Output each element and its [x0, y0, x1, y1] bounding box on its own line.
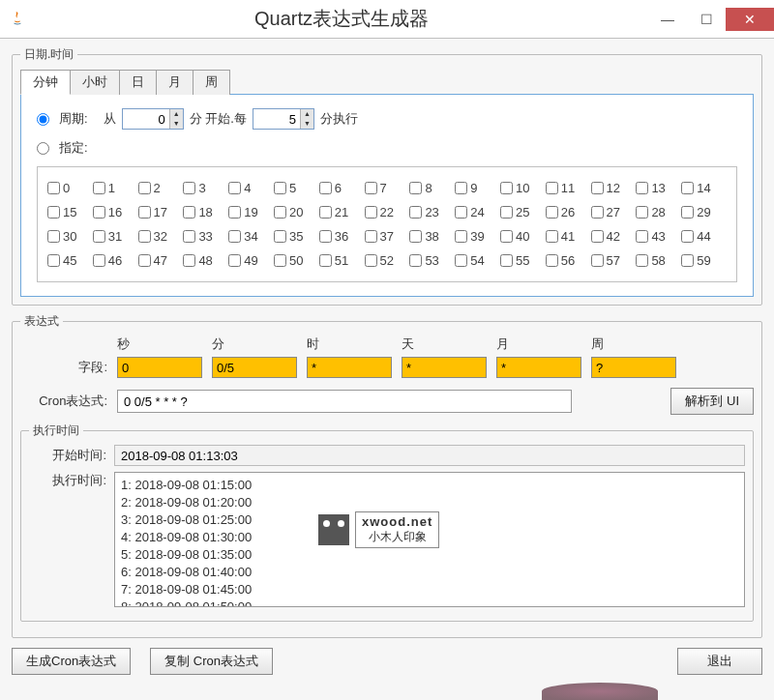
- minute-checkbox-17[interactable]: 17: [138, 205, 184, 219]
- minute-checkbox-38[interactable]: 38: [409, 229, 455, 244]
- minute-checkbox-50[interactable]: 50: [274, 253, 319, 268]
- minute-checkbox-41[interactable]: 41: [546, 229, 591, 244]
- checkbox-input[interactable]: [228, 254, 241, 267]
- checkbox-input[interactable]: [500, 230, 513, 243]
- minute-checkbox-14[interactable]: 14: [681, 181, 727, 195]
- checkbox-input[interactable]: [93, 206, 105, 219]
- minute-checkbox-0[interactable]: 0: [47, 181, 93, 195]
- spin-from[interactable]: ▲▼: [122, 108, 184, 130]
- checkbox-input[interactable]: [591, 254, 604, 267]
- checkbox-input[interactable]: [274, 254, 286, 267]
- checkbox-input[interactable]: [274, 182, 286, 194]
- spin-down-icon[interactable]: ▼: [169, 119, 183, 129]
- tab-分钟[interactable]: 分钟: [20, 70, 71, 95]
- checkbox-input[interactable]: [455, 206, 467, 219]
- generate-cron-button[interactable]: 生成Cron表达式: [12, 648, 131, 675]
- minute-checkbox-40[interactable]: 40: [500, 229, 546, 244]
- from-input[interactable]: [123, 110, 169, 129]
- checkbox-input[interactable]: [47, 230, 60, 243]
- run-times-list[interactable]: 1: 2018-09-08 01:15:002: 2018-09-08 01:2…: [114, 472, 745, 607]
- minute-checkbox-30[interactable]: 30: [47, 229, 93, 244]
- checkbox-input[interactable]: [47, 254, 60, 267]
- minute-checkbox-57[interactable]: 57: [591, 253, 637, 268]
- checkbox-input[interactable]: [138, 182, 151, 194]
- checkbox-input[interactable]: [500, 182, 513, 194]
- expr-field-周[interactable]: [591, 357, 676, 378]
- radio-period[interactable]: [37, 113, 49, 126]
- checkbox-input[interactable]: [183, 230, 195, 243]
- tab-小时[interactable]: 小时: [70, 70, 120, 95]
- spin-every[interactable]: ▲▼: [253, 108, 314, 130]
- minute-checkbox-33[interactable]: 33: [183, 229, 228, 244]
- checkbox-input[interactable]: [591, 182, 604, 194]
- minute-checkbox-55[interactable]: 55: [500, 253, 546, 268]
- minute-checkbox-35[interactable]: 35: [274, 229, 319, 244]
- minute-checkbox-4[interactable]: 4: [228, 181, 274, 195]
- minute-checkbox-18[interactable]: 18: [183, 205, 228, 219]
- minute-checkbox-47[interactable]: 47: [138, 253, 184, 268]
- minute-checkbox-16[interactable]: 16: [93, 205, 138, 219]
- spin-up-icon[interactable]: ▲: [169, 109, 183, 119]
- checkbox-input[interactable]: [319, 182, 332, 194]
- checkbox-input[interactable]: [365, 182, 377, 194]
- minute-checkbox-15[interactable]: 15: [47, 205, 93, 219]
- checkbox-input[interactable]: [636, 182, 648, 194]
- minute-checkbox-27[interactable]: 27: [591, 205, 637, 219]
- minute-checkbox-25[interactable]: 25: [500, 205, 546, 219]
- minute-checkbox-24[interactable]: 24: [455, 205, 500, 219]
- checkbox-input[interactable]: [409, 182, 422, 194]
- checkbox-input[interactable]: [274, 230, 286, 243]
- checkbox-input[interactable]: [183, 254, 195, 267]
- expr-field-天[interactable]: [402, 357, 487, 378]
- minute-checkbox-26[interactable]: 26: [546, 205, 591, 219]
- minute-checkbox-12[interactable]: 12: [591, 181, 637, 195]
- expr-field-秒[interactable]: [117, 357, 202, 378]
- minute-checkbox-7[interactable]: 7: [365, 181, 410, 195]
- minute-checkbox-36[interactable]: 36: [319, 229, 365, 244]
- expr-field-时[interactable]: [307, 357, 392, 378]
- expr-field-分[interactable]: [212, 357, 297, 378]
- minute-checkbox-39[interactable]: 39: [455, 229, 500, 244]
- minute-checkbox-13[interactable]: 13: [636, 181, 681, 195]
- minute-checkbox-45[interactable]: 45: [47, 253, 93, 268]
- checkbox-input[interactable]: [319, 230, 332, 243]
- minute-checkbox-23[interactable]: 23: [409, 205, 455, 219]
- checkbox-input[interactable]: [636, 206, 648, 219]
- copy-cron-button[interactable]: 复制 Cron表达式: [150, 648, 273, 675]
- checkbox-input[interactable]: [681, 230, 694, 243]
- checkbox-input[interactable]: [546, 206, 558, 219]
- minute-checkbox-9[interactable]: 9: [455, 181, 500, 195]
- checkbox-input[interactable]: [228, 182, 241, 194]
- minute-checkbox-42[interactable]: 42: [591, 229, 637, 244]
- checkbox-input[interactable]: [138, 206, 151, 219]
- minute-checkbox-22[interactable]: 22: [365, 205, 410, 219]
- checkbox-input[interactable]: [409, 254, 422, 267]
- minute-checkbox-20[interactable]: 20: [274, 205, 319, 219]
- checkbox-input[interactable]: [546, 254, 558, 267]
- checkbox-input[interactable]: [47, 182, 60, 194]
- minute-checkbox-58[interactable]: 58: [636, 253, 681, 268]
- minute-checkbox-19[interactable]: 19: [228, 205, 274, 219]
- checkbox-input[interactable]: [409, 206, 422, 219]
- checkbox-input[interactable]: [681, 182, 694, 194]
- minute-checkbox-46[interactable]: 46: [93, 253, 138, 268]
- minute-checkbox-52[interactable]: 52: [365, 253, 410, 268]
- minute-checkbox-28[interactable]: 28: [636, 205, 681, 219]
- checkbox-input[interactable]: [319, 254, 332, 267]
- checkbox-input[interactable]: [409, 230, 422, 243]
- checkbox-input[interactable]: [455, 230, 467, 243]
- expr-field-月[interactable]: [496, 357, 581, 378]
- minute-checkbox-37[interactable]: 37: [365, 229, 410, 244]
- minute-checkbox-6[interactable]: 6: [319, 181, 365, 195]
- close-button[interactable]: ✕: [726, 8, 774, 31]
- minute-checkbox-43[interactable]: 43: [636, 229, 681, 244]
- minute-checkbox-54[interactable]: 54: [455, 253, 500, 268]
- minute-checkbox-56[interactable]: 56: [546, 253, 591, 268]
- minute-checkbox-2[interactable]: 2: [138, 181, 184, 195]
- checkbox-input[interactable]: [500, 206, 513, 219]
- tab-日[interactable]: 日: [119, 70, 157, 95]
- checkbox-input[interactable]: [591, 206, 604, 219]
- checkbox-input[interactable]: [681, 254, 694, 267]
- parse-to-ui-button[interactable]: 解析到 UI: [670, 388, 754, 415]
- radio-specify[interactable]: [37, 142, 49, 155]
